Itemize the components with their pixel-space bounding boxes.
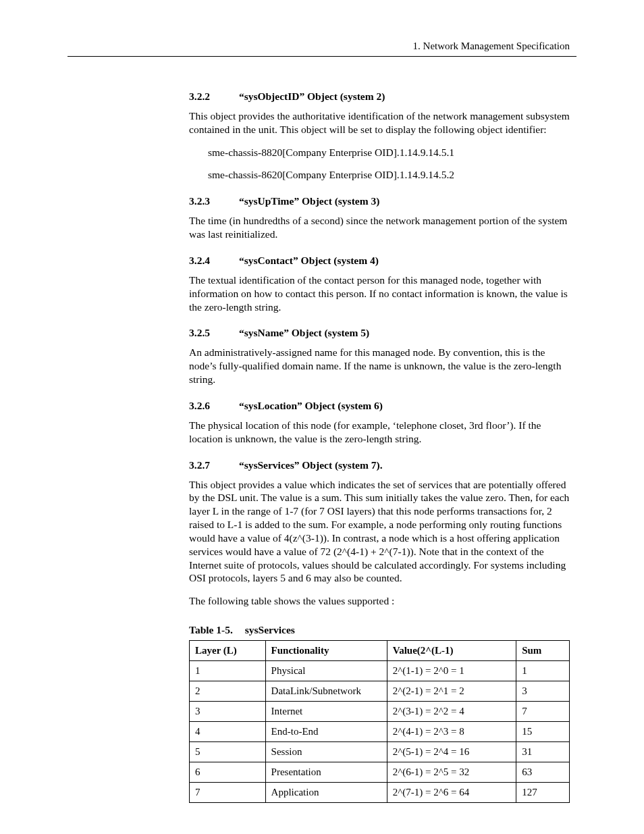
table-title: sysServices [245, 624, 295, 635]
paragraph: The textual identification of the contac… [189, 273, 570, 313]
table-row: 3Internet2^(3-1) = 2^2 = 47 [190, 702, 570, 722]
table-header-row: Layer (L) Functionality Value(2^(L-1) Su… [190, 641, 570, 661]
heading-number: 3.2.4 [189, 255, 236, 267]
paragraph: This object provides a value which indic… [189, 478, 570, 585]
table-cell: DataLink/Subnetwork [265, 681, 387, 702]
table-cell: 2^(3-1) = 2^2 = 4 [387, 702, 516, 722]
page: 1. Network Management Specification 3.2.… [0, 0, 644, 834]
content-body: 3.2.2 “sysObjectID” Object (system 2) Th… [189, 90, 570, 803]
table-cell: Internet [265, 702, 387, 722]
table-cell: 2^(1-1) = 2^0 = 1 [387, 661, 516, 681]
table-cell: 31 [516, 742, 570, 762]
table-caption: Table 1-5. sysServices [189, 624, 570, 636]
paragraph: This object provides the authoritative i… [189, 109, 570, 136]
table-cell: 4 [190, 722, 266, 742]
heading-number: 3.2.7 [189, 459, 236, 471]
code-line: sme-chassis-8820[Company Enterprise OID]… [208, 146, 570, 159]
table-cell: 2^(6-1) = 2^5 = 32 [387, 762, 516, 783]
heading-title: “sysLocation” Object (system 6) [239, 400, 383, 411]
heading-number: 3.2.6 [189, 400, 236, 412]
col-layer: Layer (L) [190, 641, 266, 661]
heading-number: 3.2.5 [189, 327, 236, 339]
paragraph: An administratively-assigned name for th… [189, 346, 570, 386]
heading-3-2-7: 3.2.7 “sysServices” Object (system 7). [189, 459, 570, 471]
heading-title: “sysObjectID” Object (system 2) [239, 90, 385, 102]
col-functionality: Functionality [265, 641, 387, 661]
heading-title: “sysName” Object (system 5) [239, 327, 369, 338]
table-row: 7Application2^(7-1) = 2^6 = 64127 [190, 783, 570, 803]
heading-number: 3.2.2 [189, 90, 236, 103]
col-sum: Sum [516, 641, 570, 661]
table-row: 6Presentation2^(6-1) = 2^5 = 3263 [190, 762, 570, 783]
table-cell: 2^(7-1) = 2^6 = 64 [387, 783, 516, 803]
paragraph: The physical location of this node (for … [189, 419, 570, 446]
table-cell: 1 [516, 661, 570, 681]
table-cell: Presentation [265, 762, 387, 783]
table-row: 2DataLink/Subnetwork2^(2-1) = 2^1 = 23 [190, 681, 570, 702]
col-value: Value(2^(L-1) [387, 641, 516, 661]
table-cell: 15 [516, 722, 570, 742]
table-cell: 6 [190, 762, 266, 783]
table-row: 4End-to-End2^(4-1) = 2^3 = 815 [190, 722, 570, 742]
heading-title: “sysUpTime” Object (system 3) [239, 195, 380, 207]
heading-3-2-3: 3.2.3 “sysUpTime” Object (system 3) [189, 195, 570, 207]
table-cell: 7 [190, 783, 266, 803]
table-cell: 2^(4-1) = 2^3 = 8 [387, 722, 516, 742]
table-row: 1Physical2^(1-1) = 2^0 = 11 [190, 661, 570, 681]
heading-title: “sysServices” Object (system 7). [239, 459, 383, 471]
table-cell: 127 [516, 783, 570, 803]
table-cell: 1 [190, 661, 266, 681]
code-line: sme-chassis-8620[Company Enterprise OID]… [208, 168, 570, 182]
heading-3-2-2: 3.2.2 “sysObjectID” Object (system 2) [189, 90, 570, 103]
heading-3-2-6: 3.2.6 “sysLocation” Object (system 6) [189, 400, 570, 412]
table-cell: 2^(2-1) = 2^1 = 2 [387, 681, 516, 702]
running-header: 1. Network Management Specification [68, 41, 576, 57]
table-row: 5Session2^(5-1) = 2^4 = 1631 [190, 742, 570, 762]
heading-3-2-5: 3.2.5 “sysName” Object (system 5) [189, 327, 570, 339]
table-cell: 3 [516, 681, 570, 702]
table-cell: 3 [190, 702, 266, 722]
paragraph: The time (in hundredths of a second) sin… [189, 214, 570, 241]
table-cell: 63 [516, 762, 570, 783]
heading-number: 3.2.3 [189, 195, 236, 207]
table-cell: End-to-End [265, 722, 387, 742]
table-cell: 2^(5-1) = 2^4 = 16 [387, 742, 516, 762]
table-number: Table 1-5. [189, 624, 233, 635]
paragraph: The following table shows the values sup… [189, 594, 570, 608]
table-cell: 5 [190, 742, 266, 762]
table-cell: 2 [190, 681, 266, 702]
table-cell: Session [265, 742, 387, 762]
heading-title: “sysContact” Object (system 4) [239, 255, 379, 266]
table-cell: Physical [265, 661, 387, 681]
heading-3-2-4: 3.2.4 “sysContact” Object (system 4) [189, 255, 570, 267]
sysservices-table: Layer (L) Functionality Value(2^(L-1) Su… [189, 640, 570, 803]
table-cell: 7 [516, 702, 570, 722]
table-cell: Application [265, 783, 387, 803]
